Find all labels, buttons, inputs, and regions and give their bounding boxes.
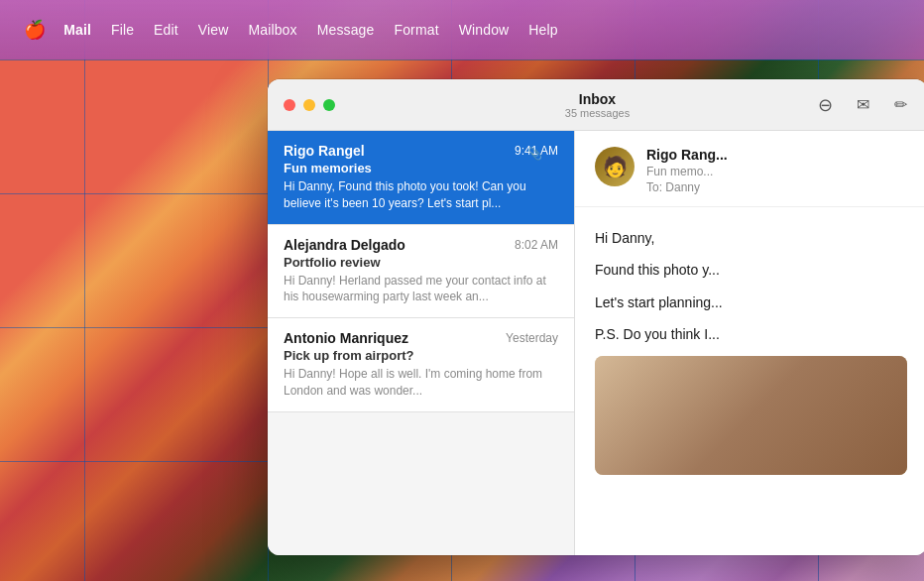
detail-info: Rigo Rang... Fun memo... To: Danny [646,147,728,194]
preview-1: Hi Danny, Found this photo you took! Can… [284,178,558,212]
detail-to: To: Danny [646,180,728,194]
menu-mailbox[interactable]: Mailbox [238,18,306,42]
window-titlebar: Inbox 35 messages ⊖ ✉ ✏ [268,79,924,131]
detail-to-label: To: [646,180,662,194]
menu-view[interactable]: View [188,18,239,42]
message-header-2: Alejandra Delgado 8:02 AM [284,237,558,253]
body-line-3: Let's start planning... [595,291,907,313]
window-content: Rigo Rangel 9:41 AM Fun memories Hi Dann… [268,131,924,555]
menu-format[interactable]: Format [384,18,448,42]
body-line-1: Hi Danny, [595,227,907,249]
body-line-4: P.S. Do you think I... [595,323,907,345]
compose-icon[interactable]: ✉ [852,94,873,116]
menu-help[interactable]: Help [519,18,567,42]
minimize-button[interactable] [303,99,315,111]
detail-image [595,356,907,475]
preview-2: Hi Danny! Herland passed me your contact… [284,273,558,306]
detail-body: Hi Danny, Found this photo y... Let's st… [575,207,924,555]
menu-edit[interactable]: Edit [144,18,188,42]
mail-window: Inbox 35 messages ⊖ ✉ ✏ Rigo Rangel 9:41… [268,79,924,555]
menu-message[interactable]: Message [307,18,385,42]
preview-3: Hi Danny! Hope all is well. I'm coming h… [284,366,558,400]
menu-window[interactable]: Window [449,18,520,42]
detail-to-value: Danny [665,180,700,194]
detail-pane: 🧑 Rigo Rang... Fun memo... To: Danny Hi … [575,131,924,555]
message-header-1: Rigo Rangel 9:41 AM [284,143,558,159]
message-header-3: Antonio Manriquez Yesterday [284,330,558,346]
avatar: 🧑 [595,147,635,186]
maximize-button[interactable] [323,99,335,111]
message-item-3[interactable]: Antonio Manriquez Yesterday Pick up from… [268,318,574,412]
window-title-text: Inbox [565,91,630,107]
window-subtitle: 35 messages [565,107,630,119]
message-item-1[interactable]: Rigo Rangel 9:41 AM Fun memories Hi Dann… [268,131,574,225]
sender-name-3: Antonio Manriquez [284,330,408,346]
attachment-icon-1: 📎 [527,147,542,161]
menu-bar: 🍎 Mail File Edit View Mailbox Message Fo… [0,0,924,59]
menu-mail[interactable]: Mail [54,18,101,42]
detail-sender: Rigo Rang... [646,147,728,163]
apple-menu[interactable]: 🍎 [16,15,54,45]
sender-name-2: Alejandra Delgado [284,237,405,253]
message-time-2: 8:02 AM [515,238,558,252]
filter-icon[interactable]: ⊖ [814,94,836,116]
message-time-3: Yesterday [506,331,558,345]
close-button[interactable] [284,99,295,111]
window-controls [284,99,335,111]
detail-header: 🧑 Rigo Rang... Fun memo... To: Danny [575,131,924,207]
window-toolbar-icons: ⊖ ✉ ✏ [814,94,911,116]
window-title-area: Inbox 35 messages [565,91,630,119]
message-list: Rigo Rangel 9:41 AM Fun memories Hi Dann… [268,131,575,555]
body-line-2: Found this photo y... [595,259,907,281]
subject-3: Pick up from airport? [284,348,558,363]
sender-name-1: Rigo Rangel [284,143,365,159]
subject-1: Fun memories [284,161,558,175]
subject-2: Portfolio review [284,255,558,270]
menu-file[interactable]: File [101,18,144,42]
message-item-2[interactable]: Alejandra Delgado 8:02 AM Portfolio revi… [268,225,574,319]
detail-subject: Fun memo... [646,165,728,178]
new-compose-icon[interactable]: ✏ [889,94,911,116]
